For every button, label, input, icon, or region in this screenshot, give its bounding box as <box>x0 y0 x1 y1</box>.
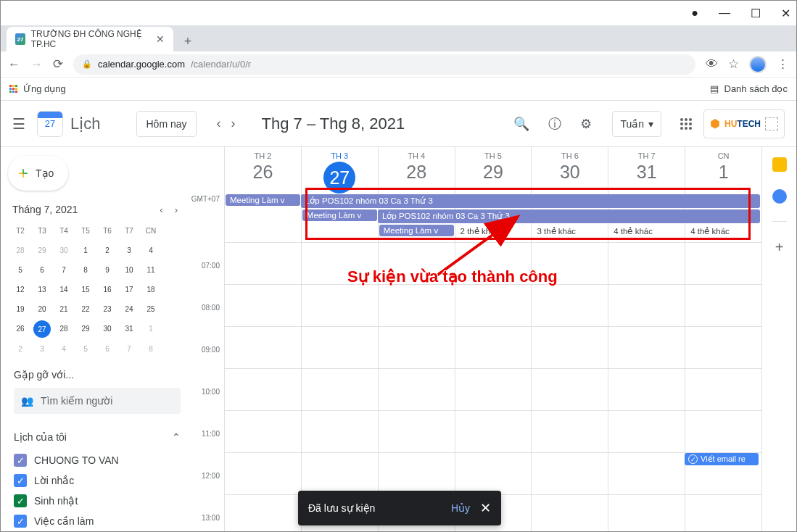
url-input[interactable]: 🔒 calendar.google.com/calendar/u/0/r <box>73 54 695 75</box>
profile-avatar[interactable] <box>749 56 767 73</box>
day-header[interactable]: TH 327 <box>301 147 378 194</box>
reload-button[interactable]: ⟳ <box>53 57 63 72</box>
star-icon[interactable]: ☆ <box>728 57 739 72</box>
calendar-item[interactable]: ✓CHUONG TO VAN <box>14 450 181 470</box>
mini-day[interactable]: 16 <box>96 280 118 299</box>
mini-next-button[interactable]: › <box>175 204 178 215</box>
day-header[interactable]: TH 529 <box>455 147 532 194</box>
search-icon[interactable]: 🔍 <box>508 110 535 138</box>
multi-day-event[interactable]: Lớp POS102 nhóm 03 Ca 3 Thứ 3 <box>301 194 760 208</box>
day-header[interactable]: TH 226 <box>224 147 301 194</box>
mini-day[interactable]: 20 <box>31 299 53 319</box>
multi-day-event[interactable]: Lớp POS102 nhóm 03 Ca 3 Thứ 3 <box>378 209 760 223</box>
settings-icon[interactable]: ⚙ <box>574 110 598 138</box>
toast-close-icon[interactable]: ✕ <box>480 500 491 516</box>
google-apps-icon[interactable] <box>680 118 692 130</box>
mini-day[interactable]: 10 <box>118 260 140 280</box>
apps-label[interactable]: Ứng dụng <box>23 83 66 94</box>
mini-day[interactable]: 21 <box>53 299 75 319</box>
mini-day[interactable]: 6 <box>31 260 53 280</box>
checkbox-icon[interactable]: ✓ <box>14 474 27 487</box>
create-button[interactable]: + Tạo <box>8 156 68 191</box>
mini-day[interactable]: 29 <box>75 319 96 338</box>
mini-day[interactable]: 6 <box>96 339 118 359</box>
org-brand[interactable]: ⬢ HUTECH <box>703 109 785 138</box>
eye-icon[interactable]: 👁 <box>706 57 718 72</box>
mini-day[interactable]: 9 <box>96 260 118 280</box>
mini-day[interactable]: 4 <box>53 339 75 359</box>
search-people-input[interactable]: 👥 Tìm kiếm người <box>14 388 181 414</box>
mini-day[interactable]: 3 <box>118 241 140 260</box>
minimize-button[interactable]: — <box>719 7 730 20</box>
mini-day[interactable]: 4 <box>140 241 162 260</box>
mini-day[interactable]: 23 <box>96 299 118 319</box>
toast-undo-button[interactable]: Hủy <box>451 502 470 514</box>
mini-day[interactable]: 12 <box>9 280 31 299</box>
mini-day[interactable]: 22 <box>75 299 96 319</box>
back-button[interactable]: ← <box>8 57 20 72</box>
day-header[interactable]: TH 630 <box>531 147 608 194</box>
mini-day[interactable]: 30 <box>96 319 118 338</box>
maximize-button[interactable]: ☐ <box>751 7 761 20</box>
checkbox-icon[interactable]: ✓ <box>14 494 27 507</box>
mini-day[interactable]: 17 <box>118 280 140 299</box>
mini-day[interactable]: 24 <box>118 299 140 319</box>
browser-menu-icon[interactable]: ⋮ <box>777 57 789 72</box>
day-header[interactable]: CN1 <box>685 147 761 194</box>
mini-day[interactable]: 1 <box>75 241 96 260</box>
checkbox-icon[interactable]: ✓ <box>14 454 27 467</box>
view-selector[interactable]: Tuần ▾ <box>612 111 661 137</box>
mini-day[interactable]: 25 <box>140 299 162 319</box>
new-tab-button[interactable]: + <box>178 31 198 51</box>
mini-day[interactable]: 30 <box>53 241 75 260</box>
event[interactable]: Meeting Làm v <box>379 225 454 236</box>
mini-day[interactable]: 18 <box>140 280 162 299</box>
mini-day[interactable]: 11 <box>140 260 162 280</box>
help-icon[interactable]: ⓘ <box>542 109 567 138</box>
today-button[interactable]: Hôm nay <box>136 111 196 137</box>
add-panel-icon[interactable]: + <box>775 239 784 256</box>
day-column[interactable] <box>685 243 761 531</box>
collapse-icon[interactable]: ⌃ <box>172 431 181 443</box>
forward-button[interactable]: → <box>30 57 43 72</box>
mini-day[interactable]: 26 <box>9 319 31 338</box>
mini-day[interactable]: 3 <box>31 339 53 359</box>
day-column[interactable] <box>224 243 301 531</box>
calendar-item[interactable]: ✓Lời nhắc <box>14 470 181 491</box>
apps-icon[interactable] <box>9 85 17 93</box>
more-events[interactable]: 4 thẻ khác <box>609 225 684 238</box>
tasks-icon[interactable] <box>772 189 787 204</box>
event[interactable]: Meeting Làm v <box>226 194 300 206</box>
close-window-button[interactable]: ✕ <box>781 7 790 20</box>
menu-icon[interactable]: ☰ <box>12 115 30 133</box>
mini-day[interactable]: 29 <box>31 241 53 260</box>
more-events[interactable]: 4 thẻ khác <box>686 225 761 238</box>
day-header[interactable]: TH 731 <box>608 147 685 194</box>
browser-tab[interactable]: 27 TRƯỜNG ĐH CÔNG NGHỆ TP.HC ✕ <box>7 27 173 51</box>
reading-list-label[interactable]: Danh sách đọc <box>724 83 788 94</box>
task-event[interactable]: ✓ Viết email re <box>685 453 759 465</box>
mini-day[interactable]: 28 <box>9 241 31 260</box>
mini-day[interactable]: 7 <box>53 260 75 280</box>
mini-day[interactable]: 31 <box>118 319 140 338</box>
mini-day[interactable]: 14 <box>53 280 75 299</box>
mini-day[interactable]: 28 <box>53 319 75 338</box>
mini-day[interactable]: 27 <box>33 320 51 338</box>
keep-icon[interactable] <box>772 157 787 172</box>
mini-prev-button[interactable]: ‹ <box>160 204 162 215</box>
day-column[interactable] <box>608 243 685 531</box>
mini-day[interactable]: 19 <box>9 299 31 319</box>
calendar-item[interactable]: ✓Sinh nhật <box>14 491 181 511</box>
mini-day[interactable]: 2 <box>96 241 118 260</box>
checkbox-icon[interactable]: ✓ <box>14 515 27 528</box>
close-tab-icon[interactable]: ✕ <box>156 33 165 45</box>
prev-week-button[interactable]: ‹ <box>214 113 224 134</box>
mini-day[interactable]: 13 <box>31 280 53 299</box>
mini-day[interactable]: 5 <box>9 260 31 280</box>
event[interactable]: Meeting Làm v <box>302 209 377 221</box>
mini-day[interactable]: 8 <box>75 260 96 280</box>
more-events[interactable]: 3 thẻ khác <box>532 225 607 238</box>
mini-day[interactable]: 2 <box>9 339 31 359</box>
mini-day[interactable]: 5 <box>75 339 96 359</box>
mini-day[interactable]: 8 <box>140 339 162 359</box>
